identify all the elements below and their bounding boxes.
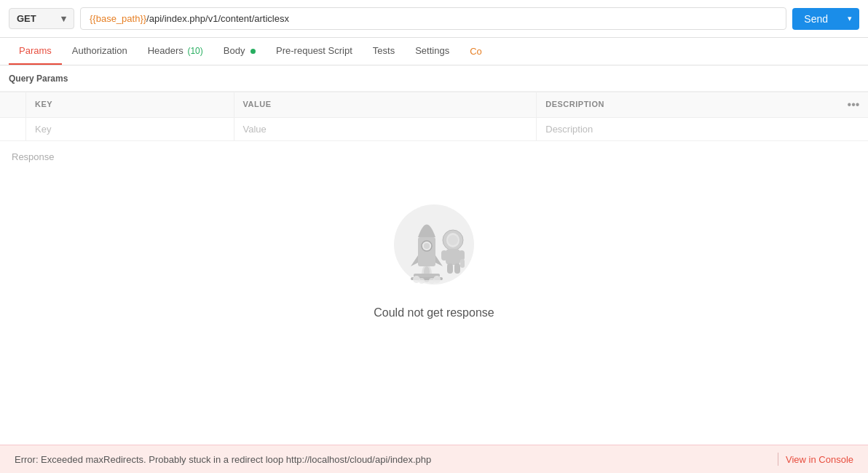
header-description: DESCRIPTION [537,92,839,117]
svg-rect-16 [459,250,465,261]
empty-state-text: Could not get response [374,306,494,319]
send-dropdown-arrow[interactable]: ▾ [840,14,859,23]
svg-point-5 [424,243,430,249]
tabs-bar: Params Authorization Headers (10) Body P… [0,38,868,65]
header-key: KEY [26,92,234,117]
svg-rect-14 [446,249,460,265]
header-actions: ••• [839,92,868,117]
row-key-cell[interactable]: Key [26,118,234,140]
row-description-cell[interactable]: Description [537,118,839,140]
params-table: KEY VALUE DESCRIPTION ••• Key Value Desc… [0,92,868,141]
svg-rect-17 [447,263,453,274]
svg-rect-15 [441,250,447,261]
params-empty-row: Key Value Description [0,118,868,141]
headers-badge: (10) [187,46,202,56]
key-placeholder: Key [35,124,51,135]
tab-body[interactable]: Body [213,38,266,65]
send-button[interactable]: Send ▾ [792,8,859,30]
top-bar: GET ▾ {{base_path}} /api/index.php/v1/co… [0,0,868,38]
response-title: Response [12,151,55,162]
tab-overflow: Co [459,39,482,64]
params-table-header: KEY VALUE DESCRIPTION ••• [0,92,868,118]
svg-point-9 [419,278,425,284]
url-input[interactable]: {{base_path}} /api/index.php/v1/content/… [80,7,786,30]
row-checkbox [0,118,26,140]
query-params-section: Query Params [0,65,868,92]
row-value-cell[interactable]: Value [234,118,537,140]
tab-settings[interactable]: Settings [405,38,459,65]
method-selector[interactable]: GET ▾ [9,8,74,29]
empty-state-illustration [383,190,485,292]
tab-headers[interactable]: Headers (10) [138,38,213,65]
tab-pre-request[interactable]: Pre-request Script [266,38,363,65]
value-placeholder: Value [243,124,267,135]
header-value: VALUE [234,92,537,117]
svg-point-11 [429,278,435,284]
query-params-title: Query Params [9,73,68,84]
more-options-icon[interactable]: ••• [848,98,860,111]
url-variable-part: {{base_path}} [90,13,146,24]
empty-state: Could not get response [0,168,868,334]
response-section: Response [0,141,868,168]
method-value: GET [17,13,36,24]
svg-rect-18 [454,263,460,274]
send-button-label: Send [792,13,840,25]
description-placeholder: Description [545,124,593,135]
body-dot [250,49,256,54]
svg-rect-20 [460,259,465,268]
url-plain-part: /api/index.php/v1/content/articlesx [146,13,289,24]
tab-authorization[interactable]: Authorization [62,38,138,65]
svg-point-19 [448,235,458,245]
row-actions [839,118,868,140]
tab-tests[interactable]: Tests [363,38,405,65]
header-checkbox-col [0,92,26,117]
chevron-down-icon: ▾ [61,13,66,24]
tab-params[interactable]: Params [9,38,62,65]
